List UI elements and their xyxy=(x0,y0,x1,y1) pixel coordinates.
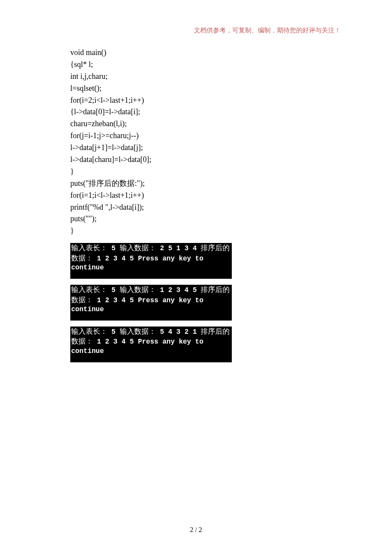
terminal-prompt-length: 输入表长： xyxy=(71,244,107,252)
header-note: 文档供参考，可复制、编制，期待您的好评与关注！ xyxy=(194,26,341,35)
code-line: charu=zheban(l,i); xyxy=(70,119,127,128)
terminal-prompt-length: 输入表长： xyxy=(71,327,107,335)
terminal-result-value: 1 2 3 4 5 xyxy=(97,255,134,263)
code-line: void main() xyxy=(70,48,106,57)
code-line: printf("%d ",l->data[i]); xyxy=(70,203,144,211)
terminal-output: 输入表长： 5 输入数据： 2 5 1 3 4 排序后的数据： 1 2 3 4 … xyxy=(70,243,232,279)
code-line: puts("排序后的数据:"); xyxy=(70,179,145,188)
terminal-length-value: 5 xyxy=(112,328,116,336)
terminal-prompt-length: 输入表长： xyxy=(71,286,107,294)
code-line: puts(""); xyxy=(70,214,97,223)
code-line: int i,j,charu; xyxy=(70,72,107,81)
terminal-length-value: 5 xyxy=(112,286,116,294)
terminal-output: 输入表长： 5 输入数据： 1 2 3 4 5 排序后的数据： 1 2 3 4 … xyxy=(70,285,232,321)
page-number: 2 / 2 xyxy=(0,526,392,534)
terminal-prompt-data: 输入数据： xyxy=(120,286,156,294)
terminal-data-value: 1 2 3 4 5 xyxy=(160,286,196,294)
terminal-result-value: 1 2 3 4 5 xyxy=(97,297,134,304)
code-line: l->data[j+1]=l->data[j]; xyxy=(70,143,143,152)
code-block: void main() {sql* l; int i,j,charu; l=sq… xyxy=(70,47,322,237)
code-line: } xyxy=(70,226,74,235)
terminal-length-value: 5 xyxy=(112,245,116,252)
terminal-data-value: 5 4 3 2 1 xyxy=(160,328,196,336)
document-page: 文档供参考，可复制、编制，期待您的好评与关注！ void main() {sql… xyxy=(0,0,392,555)
terminal-prompt-data: 输入数据： xyxy=(120,244,156,252)
terminal-output: 输入表长： 5 输入数据： 5 4 3 2 1 排序后的数据： 1 2 3 4 … xyxy=(70,327,232,362)
code-line: for(j=i-1;j>=charu;j--) xyxy=(70,131,138,140)
code-line: } xyxy=(70,167,74,176)
code-line: {l->data[0]=l->data[i]; xyxy=(70,107,140,116)
code-line: {sql* l; xyxy=(70,60,93,69)
terminal-prompt-data: 输入数据： xyxy=(120,327,156,335)
code-line: l=sqlset(); xyxy=(70,84,101,92)
code-line: l->data[charu]=l->data[0]; xyxy=(70,155,151,164)
code-line: for(i=2;i<l->last+1;i++) xyxy=(70,96,144,104)
code-line: for(i=1;i<l->last+1;i++) xyxy=(70,191,144,199)
terminal-data-value: 2 5 1 3 4 xyxy=(160,245,196,252)
terminal-result-value: 1 2 3 4 5 xyxy=(97,338,134,346)
